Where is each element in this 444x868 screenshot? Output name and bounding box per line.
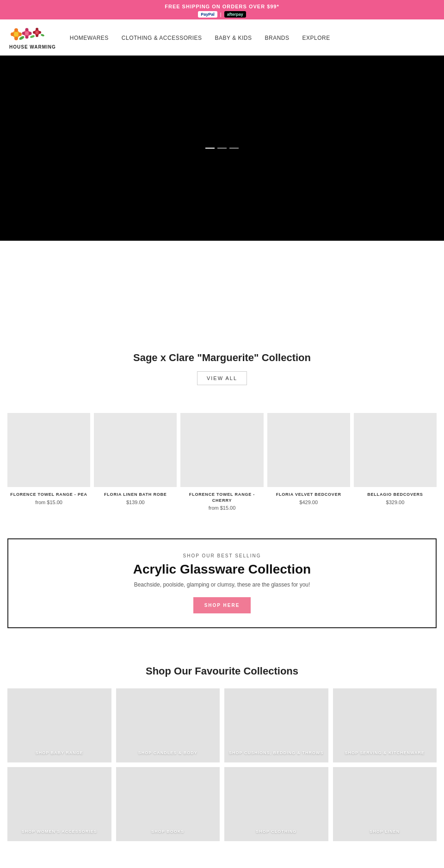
nav-link-explore[interactable]: EXPLORE (302, 35, 330, 41)
svg-point-7 (25, 28, 29, 31)
collection-title: Sage x Clare "Marguerite" Collection (0, 352, 444, 364)
view-all-button[interactable]: VIEW ALL (197, 371, 247, 385)
svg-point-12 (18, 35, 25, 40)
collection-card-baby[interactable]: SHOP BABY RANGE (7, 688, 111, 762)
nav-links: HOMEWARESCLOTHING & ACCESSORIESBABY & KI… (70, 33, 330, 42)
product-price-2: $139.00 (94, 500, 177, 505)
product-card-3[interactable]: FLORENCE TOWEL RANGE - CHERRY from $15.0… (180, 413, 263, 511)
collections-grid-row2: SHOP WOMEN'S ACCESSORIES SHOP BOOKS SHOP… (7, 767, 437, 841)
product-card-5[interactable]: BELLAGIO BEDCOVERS $329.00 (354, 413, 437, 511)
collection-label-accessories: SHOP WOMEN'S ACCESSORIES (22, 829, 97, 834)
nav-link-homewares[interactable]: HOMEWARES (70, 35, 109, 41)
svg-point-4 (18, 32, 22, 36)
best-selling-description: Beachside, poolside, glamping or clumsy,… (18, 581, 426, 588)
hero-section (0, 56, 444, 241)
product-name-4: FLORIA VELVET BEDCOVER (267, 492, 350, 498)
collection-label-books: SHOP BOOKS (151, 829, 184, 834)
svg-point-3 (11, 32, 14, 36)
svg-point-14 (36, 28, 38, 31)
svg-point-15 (36, 34, 38, 37)
logo-area[interactable]: HOUSE WARMING (9, 25, 56, 50)
product-image-4 (267, 413, 350, 487)
product-card-2[interactable]: FLORIA LINEN BATH ROBE $139.00 (94, 413, 177, 511)
product-card-4[interactable]: FLORIA VELVET BEDCOVER $429.00 (267, 413, 350, 511)
best-selling-title: Acrylic Glassware Collection (18, 562, 426, 577)
svg-point-11 (25, 31, 29, 35)
best-selling-section: SHOP OUR BEST SELLING Acrylic Glassware … (7, 538, 437, 628)
spacer (0, 241, 444, 343)
afterpay-badge: afterpay (224, 11, 246, 18)
product-price-3: from $15.00 (180, 505, 263, 511)
svg-point-2 (14, 37, 18, 40)
payment-icons: PayPal | afterpay (0, 11, 444, 18)
collection-card-linen[interactable]: SHOP LINEN (333, 767, 437, 841)
collection-card-serving[interactable]: SHOP SERVING & KITCHENWARE (333, 688, 437, 762)
separator: | (220, 12, 222, 17)
product-card-1[interactable]: FLORENCE TOWEL RANGE - PEA from $15.00 (7, 413, 90, 511)
product-name-2: FLORIA LINEN BATH ROBE (94, 492, 177, 498)
svg-point-8 (25, 36, 29, 39)
svg-point-17 (38, 31, 41, 34)
collection-card-accessories[interactable]: SHOP WOMEN'S ACCESSORIES (7, 767, 111, 841)
svg-point-18 (36, 31, 39, 34)
logo-text: HOUSE WARMING (9, 44, 56, 50)
product-price-4: $429.00 (267, 500, 350, 505)
nav-link-baby-kids[interactable]: BABY & KIDS (215, 35, 252, 41)
collection-section: Sage x Clare "Marguerite" Collection VIE… (0, 343, 444, 399)
collection-card-candles[interactable]: SHOP CANDLES & BODY (116, 688, 220, 762)
collection-label-baby: SHOP BABY RANGE (36, 750, 83, 755)
hero-dot-1[interactable] (205, 148, 215, 149)
product-price-5: $329.00 (354, 500, 437, 505)
product-image-5 (354, 413, 437, 487)
collection-label-serving: SHOP SERVING & KITCHENWARE (345, 750, 425, 755)
product-image-2 (94, 413, 177, 487)
collection-label-candles: SHOP CANDLES & BODY (138, 750, 197, 755)
svg-point-10 (29, 32, 32, 35)
collection-card-clothing[interactable]: SHOP CLOTHING (224, 767, 328, 841)
collection-label-cushions: SHOP CUSHIONS, BEDDING & THROWS (229, 750, 323, 755)
hero-indicator (205, 148, 239, 149)
hero-dot-2[interactable] (217, 148, 227, 149)
svg-point-1 (14, 28, 18, 32)
navigation: HOUSE WARMING HOMEWARESCLOTHING & ACCESS… (0, 19, 444, 56)
favourite-collections-title: Shop Our Favourite Collections (7, 665, 437, 677)
product-price-1: from $15.00 (7, 500, 90, 505)
shipping-text: FREE SHIPPING ON ORDERS OVER $99* (0, 4, 444, 9)
svg-point-16 (33, 31, 36, 34)
nav-link-brands[interactable]: BRANDS (265, 35, 290, 41)
paypal-badge: PayPal (198, 11, 217, 18)
top-banner: FREE SHIPPING ON ORDERS OVER $99* PayPal… (0, 0, 444, 19)
product-name-1: FLORENCE TOWEL RANGE - PEA (7, 492, 90, 498)
product-image-1 (7, 413, 90, 487)
svg-point-5 (14, 32, 18, 37)
hero-dot-3[interactable] (229, 148, 239, 149)
product-name-3: FLORENCE TOWEL RANGE - CHERRY (180, 492, 263, 503)
collections-grid-row1: SHOP BABY RANGE SHOP CANDLES & BODY SHOP… (7, 688, 437, 762)
collection-label-linen: SHOP LINEN (370, 829, 400, 834)
svg-point-19 (30, 35, 35, 38)
svg-point-9 (22, 32, 25, 35)
svg-point-20 (41, 34, 45, 37)
logo-icon (9, 25, 56, 44)
product-name-5: BELLAGIO BEDCOVERS (354, 492, 437, 498)
best-selling-label: SHOP OUR BEST SELLING (18, 553, 426, 558)
product-image-3 (180, 413, 263, 487)
collection-label-clothing: SHOP CLOTHING (256, 829, 296, 834)
collection-card-books[interactable]: SHOP BOOKS (116, 767, 220, 841)
shop-here-button[interactable]: SHOP HERE (193, 597, 251, 613)
collection-card-cushions[interactable]: SHOP CUSHIONS, BEDDING & THROWS (224, 688, 328, 762)
nav-link-clothing-accessories[interactable]: CLOTHING & ACCESSORIES (122, 35, 202, 41)
favourite-collections: Shop Our Favourite Collections SHOP BABY… (0, 647, 444, 850)
products-row: FLORENCE TOWEL RANGE - PEA from $15.00 F… (0, 399, 444, 520)
